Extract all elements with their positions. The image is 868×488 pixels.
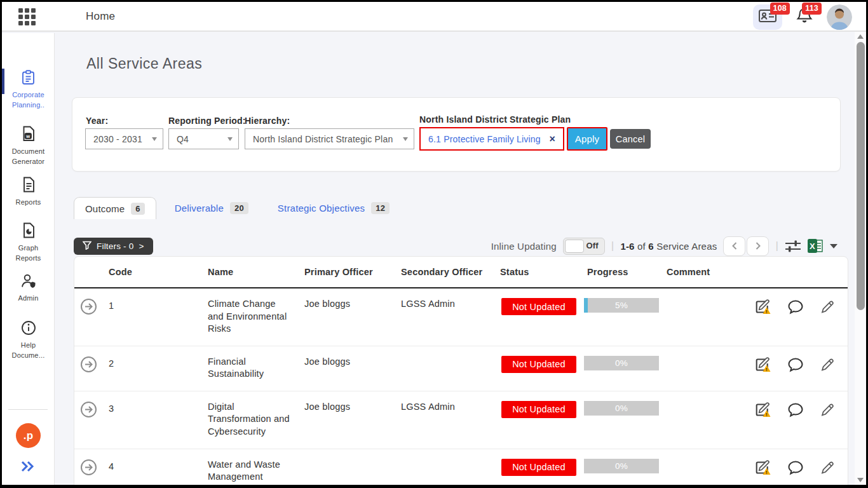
cell-actions: ! [657, 298, 848, 315]
range-of: of [635, 241, 649, 252]
edit-pencil-icon[interactable] [820, 299, 835, 315]
cell-code: 1 [100, 298, 198, 313]
table-row: 2 Financial Sustainability Joe bloggs No… [74, 346, 848, 391]
hierarchy-select[interactable]: North Island District Strategic Plan [245, 128, 414, 149]
tab-bar: Outcome 6 Deliverable 20 Strategic Objec… [74, 197, 400, 219]
cell-name: Financial Sustainability [198, 356, 295, 381]
year-select[interactable]: 2030 - 2031 [85, 128, 163, 149]
scroll-up-arrow-icon[interactable] [857, 34, 864, 39]
tab-deliverable[interactable]: Deliverable 20 [164, 197, 259, 219]
progress-bar: 0% [584, 356, 659, 370]
cell-secondary-officer: LGSS Admin [391, 298, 491, 311]
update-required-icon[interactable]: ! [754, 402, 771, 418]
clear-filter-icon[interactable]: × [549, 133, 555, 145]
cell-progress: 0% [578, 401, 657, 416]
active-item-indicator [2, 69, 4, 94]
tab-label: Deliverable [175, 203, 224, 214]
tab-strategic-objectives[interactable]: Strategic Objectives 12 [267, 197, 400, 219]
cell-name: Climate Change and Environmental Risks [198, 298, 295, 336]
expand-row-button[interactable] [74, 401, 100, 421]
chevron-down-icon [152, 137, 157, 141]
reporting-period-value: Q4 [177, 134, 189, 144]
service-areas-table: Code Name Primary Officer Secondary Offi… [74, 256, 848, 488]
strategic-plan-filter-value: 6.1 Protective Family Living [428, 134, 541, 144]
strategic-plan-filter-field[interactable]: 6.1 Protective Family Living × [419, 127, 564, 151]
progress-percentage-label: 0% [584, 356, 659, 370]
update-required-icon[interactable]: ! [754, 299, 771, 315]
comment-icon[interactable] [787, 299, 804, 315]
status-badge: Not Updated [501, 356, 576, 373]
funnel-icon [83, 241, 92, 252]
cell-status: Not Updated [491, 298, 578, 315]
update-required-icon[interactable]: ! [754, 356, 771, 373]
cancel-button[interactable]: Cancel [610, 129, 651, 149]
sidebar-item-label: Document Generator [2, 147, 55, 167]
next-page-button[interactable] [747, 236, 769, 256]
messages-button[interactable]: 108 [753, 4, 782, 30]
tab-outcome[interactable]: Outcome 6 [74, 197, 156, 219]
vertical-scrollbar[interactable] [855, 32, 866, 485]
inline-updating-label: Inline Updating [491, 241, 557, 252]
notifications-count-badge: 113 [802, 3, 822, 15]
table-row: 1 Climate Change and Environmental Risks… [74, 288, 848, 346]
excel-export-icon[interactable]: X [808, 238, 824, 254]
edit-pencil-icon[interactable] [820, 402, 835, 417]
top-bar: Home 108 [2, 2, 866, 32]
cell-status: Not Updated [491, 459, 578, 476]
cell-progress: 5% [578, 298, 657, 313]
chevron-down-icon [403, 137, 408, 141]
pagination-range-info: 1-6 of 6 Service Areas [620, 241, 717, 252]
sidebar-item-admin[interactable]: Admin [2, 273, 55, 304]
expand-row-button[interactable] [74, 298, 100, 318]
column-settings-icon[interactable] [785, 239, 801, 253]
column-header-progress: Progress [578, 267, 657, 277]
sidebar-item-graph-reports[interactable]: Graph Reports [2, 222, 55, 264]
app-grid-icon[interactable] [18, 8, 36, 25]
reporting-period-select[interactable]: Q4 [168, 128, 239, 149]
scroll-down-arrow-icon[interactable] [857, 478, 864, 482]
progress-percentage-label: 0% [584, 459, 659, 473]
progress-percentage-label: 5% [584, 298, 659, 313]
sidebar-item-reports[interactable]: Reports [2, 177, 55, 208]
previous-page-button[interactable] [723, 236, 745, 256]
inline-updating-toggle[interactable]: Off [563, 238, 605, 255]
expand-row-button[interactable] [74, 356, 100, 376]
sidebar-item-document-generator[interactable]: w Document Generator [2, 126, 55, 167]
user-avatar[interactable] [827, 4, 852, 30]
edit-pencil-icon[interactable] [820, 357, 835, 372]
clipboard-icon [21, 76, 36, 87]
update-required-icon[interactable]: ! [754, 459, 771, 476]
filters-button[interactable]: Filters - 0 > [74, 238, 153, 255]
page-breadcrumb-title: Home [86, 2, 115, 30]
tab-count-badge: 6 [131, 203, 144, 215]
table-row: 4 Water and Waste Management Not Updated… [74, 449, 848, 488]
table-body: 1 Climate Change and Environmental Risks… [74, 288, 848, 488]
cell-status: Not Updated [491, 401, 578, 418]
apply-button[interactable]: Apply [567, 127, 607, 151]
range-total: 6 [648, 241, 654, 252]
tab-label: Strategic Objectives [278, 203, 365, 214]
cell-secondary-officer: LGSS Admin [391, 401, 491, 414]
sidebar-item-corporate-planning[interactable]: Corporate Planning.. [2, 70, 55, 111]
hierarchy-label: Hierarchy: [245, 116, 290, 126]
expand-row-button[interactable] [74, 459, 100, 478]
edit-pencil-icon[interactable] [820, 460, 835, 475]
notifications-button[interactable]: 113 [795, 4, 814, 30]
export-options-caret-icon[interactable] [830, 244, 837, 248]
comment-icon[interactable] [787, 402, 804, 417]
sidebar-item-help-documents[interactable]: Help Docume... [2, 320, 55, 361]
column-header-code: Code [100, 267, 198, 277]
status-badge: Not Updated [501, 401, 576, 418]
sidebar-expand-icon[interactable] [20, 461, 36, 472]
reporting-period-label: Reporting Period: [168, 116, 246, 126]
chevron-right-icon: > [139, 241, 144, 251]
comment-icon[interactable] [787, 460, 804, 475]
admin-user-shield-icon [20, 280, 37, 290]
scrollbar-thumb[interactable] [857, 42, 865, 310]
comment-icon[interactable] [787, 357, 804, 372]
cell-code: 3 [100, 401, 198, 416]
page-title: All Service Areas [86, 55, 202, 72]
sidebar-item-label: Reports [2, 198, 55, 208]
column-header-name: Name [198, 267, 295, 277]
word-document-icon: w [21, 133, 36, 144]
